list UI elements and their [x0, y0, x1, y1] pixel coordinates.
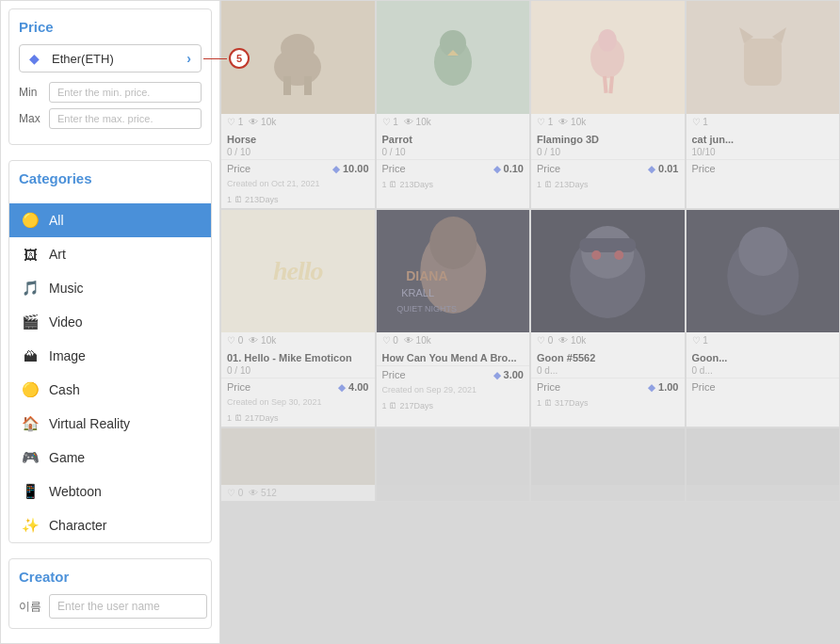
svg-text:QUIET NIGHTS: QUIET NIGHTS — [396, 304, 457, 314]
category-art-label: Art — [49, 247, 66, 262]
category-music[interactable]: 🎵 Music — [9, 271, 211, 305]
nft-card-horse[interactable]: ♡ 1👁 10k Horse 0 / 10 Price ◆ 10.00 Crea… — [220, 0, 376, 209]
category-virtual-reality[interactable]: 🏠 Virtual Reality — [9, 407, 211, 441]
svg-text:KRALL: KRALL — [401, 287, 434, 298]
category-video[interactable]: 🎬 Video — [9, 305, 211, 339]
currency-selector[interactable]: ◆ Ether(ETH) › 5 — [19, 44, 202, 72]
annotation-5: 5 — [229, 48, 250, 69]
nft-price-goon2: Price — [687, 378, 840, 395]
min-price-input[interactable] — [49, 82, 202, 103]
nft-stats-horse: ♡ 1👁 10k — [221, 114, 375, 130]
nft-stats-diana: ♡ 0👁 10k — [377, 332, 530, 348]
category-image-label: Image — [49, 348, 86, 363]
all-icon: 🟡 — [21, 211, 40, 230]
category-cash-label: Cash — [49, 382, 80, 397]
category-cash[interactable]: 🟡 Cash — [9, 373, 211, 407]
nft-title-hello: 01. Hello - Mike Emoticon — [221, 348, 375, 365]
nft-image-row3-4 — [687, 428, 840, 485]
nft-price-horse: Price ◆ 10.00 — [221, 159, 375, 177]
nft-card-cat[interactable]: ♡ 1 cat jun... 10/10 Price — [686, 0, 841, 209]
image-icon: 🏔 — [21, 346, 40, 365]
creator-name-input[interactable] — [49, 594, 207, 619]
nft-price-hello: Price ◆ 4.00 — [221, 378, 375, 395]
nft-card-row3-1[interactable]: ♡ 0👁 512 — [220, 427, 376, 502]
category-art[interactable]: 🖼 Art — [9, 237, 211, 271]
category-all[interactable]: 🟡 All — [9, 203, 211, 237]
nft-meta-horse: 1 🗓 213Days — [221, 192, 375, 208]
nft-meta-goon: 1 🗓 317Days — [531, 395, 685, 411]
nft-title-cat: cat jun... — [687, 130, 840, 147]
nft-image-row3-1 — [221, 428, 375, 485]
nft-subtitle-hello: 0 / 10 — [221, 365, 375, 378]
music-icon: 🎵 — [21, 279, 40, 298]
category-character-label: Character — [49, 518, 106, 533]
nft-stats-parrot: ♡ 1👁 10k — [377, 114, 530, 130]
nft-image-row3-3 — [531, 428, 685, 485]
page-wrapper: Price ◆ Ether(ETH) › 5 Min Max Cate — [0, 0, 840, 644]
nft-created-hello: Created on Sep 30, 2021 — [221, 395, 375, 411]
nft-card-goon2[interactable]: ♡ 1 Goon... 0 d... Price — [686, 209, 841, 427]
categories-header: Categories — [9, 161, 211, 203]
currency-label: Ether(ETH) — [52, 52, 186, 66]
game-icon: 🎮 — [21, 448, 40, 467]
nft-card-row3-4[interactable] — [686, 427, 841, 502]
svg-point-28 — [738, 227, 787, 276]
hello-text: hello — [273, 256, 323, 286]
max-price-input[interactable] — [49, 108, 202, 129]
cash-icon: 🟡 — [21, 380, 40, 399]
category-game[interactable]: 🎮 Game — [9, 441, 211, 475]
art-icon: 🖼 — [21, 245, 40, 264]
nft-price-goon: Price ◆ 1.00 — [531, 378, 685, 395]
nft-image-row3-2 — [377, 428, 530, 485]
nft-subtitle-goon: 0 d... — [531, 365, 685, 378]
nft-card-diana[interactable]: DIANA KRALL QUIET NIGHTS ♡ 0👁 10k How Ca… — [376, 209, 531, 427]
category-video-label: Video — [49, 314, 83, 330]
category-character[interactable]: ✨ Character — [9, 508, 211, 542]
nft-stats-row3-1: ♡ 0👁 512 — [221, 485, 375, 501]
nft-stats-goon: ♡ 0👁 10k — [531, 332, 685, 348]
svg-rect-3 — [304, 76, 312, 95]
currency-arrow-icon: › — [186, 51, 191, 66]
nft-subtitle-cat: 10/10 — [687, 147, 840, 159]
max-price-row: Max — [19, 108, 202, 129]
nft-image-hello: hello — [221, 210, 375, 332]
categories-title: Categories — [19, 170, 202, 186]
category-webtoon[interactable]: 📱 Webtoon — [9, 475, 211, 508]
svg-point-25 — [614, 250, 623, 260]
nft-card-parrot[interactable]: ♡ 1👁 10k Parrot 0 / 10 Price ◆ 0.10 1 🗓 … — [376, 0, 531, 209]
nft-card-hello[interactable]: hello ♡ 0👁 10k 01. Hello - Mike Emoticon… — [220, 209, 376, 427]
nft-price-parrot: Price ◆ 0.10 — [377, 159, 530, 177]
webtoon-icon: 📱 — [21, 482, 40, 501]
category-vr-label: Virtual Reality — [49, 416, 130, 431]
nft-stats-flamingo: ♡ 1👁 10k — [531, 114, 685, 130]
svg-point-1 — [281, 34, 315, 62]
nft-price-cat: Price — [687, 159, 840, 177]
nft-image-diana: DIANA KRALL QUIET NIGHTS — [377, 210, 530, 332]
nft-price-flamingo: Price ◆ 0.01 — [531, 159, 685, 177]
nft-card-flamingo[interactable]: ♡ 1👁 10k Flamingo 3D 0 / 10 Price ◆ 0.01… — [530, 0, 686, 209]
nft-card-row3-3[interactable] — [530, 427, 686, 502]
price-title: Price — [19, 19, 202, 35]
nft-card-goon[interactable]: ♡ 0👁 10k Goon #5562 0 d... Price ◆ 1.00 … — [530, 209, 686, 427]
nft-subtitle-parrot: 0 / 10 — [377, 147, 530, 159]
creator-section: Creator 이름 — [8, 558, 212, 629]
categories-section: Categories 6 🟡 All 🖼 Art 🎵 Music 🎬 Video — [8, 160, 212, 543]
svg-rect-10 — [609, 76, 615, 93]
creator-name-label: 이름 — [19, 599, 41, 615]
nft-meta-flamingo: 1 🗓 213Days — [531, 177, 685, 193]
nft-grid: ♡ 1👁 10k Horse 0 / 10 Price ◆ 10.00 Crea… — [220, 0, 840, 502]
nft-stats-cat: ♡ 1 — [687, 114, 840, 130]
svg-point-24 — [591, 250, 601, 260]
svg-rect-11 — [744, 39, 782, 86]
nft-title-goon2: Goon... — [687, 348, 840, 365]
nft-created-horse: Created on Oct 21, 2021 — [221, 177, 375, 192]
creator-row: 이름 — [19, 594, 202, 619]
min-label: Min — [19, 86, 49, 99]
nft-title-diana: How Can You Mend A Bro... — [377, 348, 530, 365]
character-icon: ✨ — [21, 516, 40, 535]
nft-subtitle-horse: 0 / 10 — [221, 147, 375, 159]
nft-title-flamingo: Flamingo 3D — [531, 130, 685, 147]
svg-rect-9 — [603, 76, 608, 93]
category-image[interactable]: 🏔 Image — [9, 339, 211, 373]
nft-card-row3-2[interactable] — [376, 427, 531, 502]
